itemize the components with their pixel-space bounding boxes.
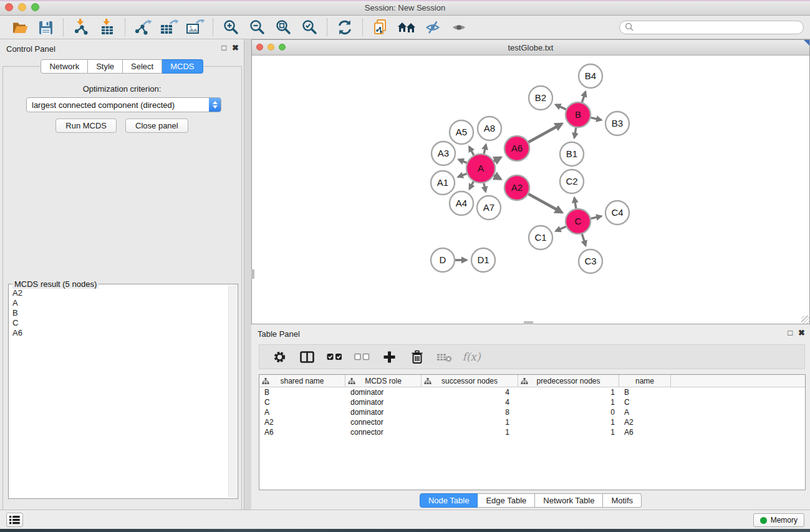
- table-cell[interactable]: dominator: [345, 407, 422, 417]
- table-cell[interactable]: C: [619, 397, 671, 407]
- graph-node[interactable]: A4: [450, 191, 473, 215]
- graph-edge[interactable]: [484, 183, 486, 192]
- graph-node[interactable]: B1: [560, 142, 584, 166]
- vertical-scroll-thumb[interactable]: [251, 269, 254, 279]
- table-row[interactable]: Adominator80A: [259, 407, 805, 417]
- table-settings-gear-icon[interactable]: [270, 347, 289, 366]
- show-hide-eye-icon[interactable]: [448, 17, 470, 37]
- search-input[interactable]: [634, 23, 798, 32]
- graph-edge[interactable]: [591, 216, 602, 219]
- export-table-icon[interactable]: [158, 17, 180, 37]
- table-cell[interactable]: B: [259, 387, 345, 397]
- table-cell[interactable]: dominator: [345, 387, 422, 397]
- export-network-icon[interactable]: [132, 17, 153, 37]
- table-row[interactable]: A6connector11A6: [259, 427, 805, 437]
- graph-edge[interactable]: [484, 145, 486, 154]
- table-row[interactable]: A2connector11A2: [259, 417, 805, 427]
- graph-node[interactable]: C: [566, 209, 591, 234]
- table-cell[interactable]: 4: [422, 397, 518, 407]
- tab-network-table[interactable]: Network Table: [535, 493, 603, 508]
- task-history-button[interactable]: [6, 513, 23, 527]
- table-cell[interactable]: 1: [422, 427, 518, 437]
- float-table-panel-icon[interactable]: □: [788, 329, 793, 337]
- create-column-plus-icon[interactable]: [380, 347, 398, 366]
- column-header-shared-name[interactable]: shared name: [259, 375, 345, 387]
- graph-edge[interactable]: [528, 194, 562, 213]
- graph-edge[interactable]: [528, 123, 562, 142]
- refresh-icon[interactable]: [334, 17, 355, 37]
- optimization-criterion-dropdown[interactable]: largest connected component (directed): [26, 97, 221, 112]
- graph-edge[interactable]: [582, 92, 586, 102]
- show-columns-icon[interactable]: [297, 347, 316, 366]
- table-cell[interactable]: A6: [619, 427, 671, 437]
- result-list-item[interactable]: A6: [12, 328, 228, 338]
- graph-node[interactable]: B2: [529, 86, 552, 110]
- tab-motifs[interactable]: Motifs: [603, 493, 642, 508]
- zoom-fit-icon[interactable]: [272, 17, 294, 37]
- resize-grip[interactable]: [801, 316, 809, 324]
- table-cell[interactable]: A: [259, 407, 345, 417]
- tab-select[interactable]: Select: [123, 59, 162, 74]
- save-session-icon[interactable]: [35, 17, 56, 37]
- delete-table-icon[interactable]: [435, 347, 453, 366]
- result-list-item[interactable]: A2: [12, 288, 228, 298]
- graph-edge[interactable]: [470, 147, 474, 155]
- import-table-icon[interactable]: [97, 17, 118, 37]
- table-cell[interactable]: connector: [345, 427, 422, 437]
- close-panel-icon[interactable]: ✖: [232, 44, 239, 52]
- import-network-icon[interactable]: [70, 17, 92, 37]
- deselect-all-icon[interactable]: [352, 347, 371, 366]
- graph-edge[interactable]: [574, 198, 576, 208]
- delete-column-trash-icon[interactable]: [407, 347, 426, 366]
- column-header-MCDS-role[interactable]: MCDS role: [345, 375, 422, 387]
- result-scrollbar[interactable]: [228, 286, 237, 497]
- graph-edge[interactable]: [494, 175, 501, 179]
- search-box[interactable]: [619, 21, 804, 34]
- graph-edge[interactable]: [574, 128, 576, 138]
- graph-edge[interactable]: [556, 105, 566, 110]
- graph-edge[interactable]: [582, 234, 586, 246]
- graph-edge[interactable]: [591, 118, 602, 120]
- table-cell[interactable]: 4: [422, 387, 518, 397]
- table-cell[interactable]: A2: [619, 417, 671, 427]
- new-network-from-selection-icon[interactable]: [370, 17, 391, 37]
- table-cell[interactable]: A: [619, 407, 671, 417]
- table-row[interactable]: Cdominator41C: [259, 397, 805, 407]
- network-canvas[interactable]: B4B2BB3A8A5A6A3B1AC2A1A2A4A7C4CC1C3DD1: [252, 56, 809, 324]
- table-cell[interactable]: C: [259, 397, 345, 407]
- table-cell[interactable]: 1: [422, 417, 518, 427]
- zoom-selected-icon[interactable]: [299, 17, 320, 37]
- graph-node[interactable]: A7: [477, 196, 501, 220]
- run-mcds-button[interactable]: Run MCDS: [55, 118, 117, 133]
- table-cell[interactable]: B: [619, 387, 671, 397]
- graph-node[interactable]: B3: [605, 112, 629, 135]
- table-cell[interactable]: 1: [518, 427, 619, 437]
- memory-button[interactable]: Memory: [753, 513, 804, 527]
- table-cell[interactable]: A2: [259, 417, 345, 427]
- dropdown-stepper-icon[interactable]: [209, 98, 221, 112]
- graph-node[interactable]: C3: [579, 249, 602, 273]
- float-panel-icon[interactable]: □: [221, 44, 226, 52]
- table-cell[interactable]: 1: [518, 417, 619, 427]
- select-all-icon[interactable]: [325, 347, 344, 366]
- result-list-item[interactable]: A: [12, 298, 228, 308]
- column-header-predecessor-nodes[interactable]: predecessor nodes: [518, 375, 619, 387]
- graph-edge[interactable]: [556, 226, 566, 231]
- table-cell[interactable]: dominator: [345, 397, 422, 407]
- graph-node[interactable]: A1: [431, 171, 455, 195]
- tab-network[interactable]: Network: [41, 59, 88, 74]
- graph-node[interactable]: B4: [579, 64, 602, 88]
- table-cell[interactable]: 1: [518, 397, 619, 407]
- tab-edge-table[interactable]: Edge Table: [478, 493, 535, 508]
- graph-node[interactable]: A2: [504, 175, 529, 200]
- graph-node[interactable]: D1: [471, 248, 495, 272]
- tab-mcds[interactable]: MCDS: [162, 59, 203, 74]
- tab-style[interactable]: Style: [88, 59, 123, 74]
- table-cell[interactable]: connector: [345, 417, 422, 427]
- graph-node[interactable]: C1: [529, 226, 552, 249]
- home-layout-icon[interactable]: [396, 17, 417, 37]
- graph-node[interactable]: A: [466, 154, 495, 183]
- hide-graphics-details-icon[interactable]: [422, 17, 443, 37]
- column-header-successor-nodes[interactable]: successor nodes: [422, 375, 518, 387]
- table-cell[interactable]: 8: [422, 407, 518, 417]
